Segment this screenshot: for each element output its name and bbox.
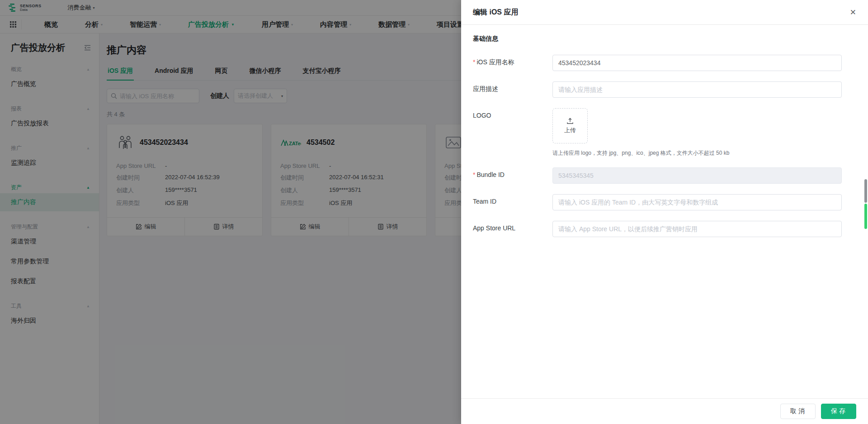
- upload-icon: [566, 118, 574, 124]
- scrollbar-thumb[interactable]: [864, 179, 867, 203]
- field-label: LOGO: [473, 108, 552, 157]
- logo-upload-hint: 请上传应用 logo，支持 jpg、png、ico、jpeg 格式，文件大小不超…: [552, 149, 842, 157]
- close-icon[interactable]: ✕: [850, 9, 856, 16]
- form-row-app-name: *iOS 应用名称: [473, 55, 856, 71]
- drawer-footer: 取消 保存: [461, 398, 868, 424]
- field-label: Team ID: [473, 194, 552, 210]
- form-row-logo: LOGO 上传: [473, 108, 856, 157]
- form-row-app-store-url: App Store URL: [473, 221, 856, 237]
- field-label: 应用描述: [473, 81, 552, 98]
- required-asterisk: *: [473, 58, 475, 66]
- bundle-id-input: [552, 167, 842, 184]
- section-title-basic-info: 基础信息: [473, 35, 856, 43]
- team-id-input[interactable]: [552, 194, 842, 210]
- drawer-title: 编辑 iOS 应用: [473, 8, 518, 17]
- page: SENSORS Data 消费金融 ▾ 概览: [0, 0, 868, 424]
- field-label: App Store URL: [473, 221, 552, 237]
- required-asterisk: *: [473, 171, 475, 178]
- field-label: *Bundle ID: [473, 167, 552, 184]
- form-row-bundle-id: *Bundle ID: [473, 167, 856, 184]
- cancel-button[interactable]: 取消: [780, 404, 816, 419]
- app-description-input[interactable]: [552, 81, 842, 98]
- ios-app-name-input[interactable]: [552, 55, 842, 71]
- form-row-team-id: Team ID: [473, 194, 856, 210]
- scrollbar-indicator[interactable]: [864, 204, 867, 229]
- edit-ios-app-drawer: 编辑 iOS 应用 ✕ 基础信息 *iOS 应用名称 应用描述 LOGO: [461, 0, 868, 424]
- save-button[interactable]: 保存: [821, 404, 856, 419]
- logo-upload-button[interactable]: 上传: [552, 108, 588, 143]
- upload-label: 上传: [564, 126, 576, 134]
- app-store-url-input[interactable]: [552, 221, 842, 237]
- form-row-description: 应用描述: [473, 81, 856, 98]
- field-label: *iOS 应用名称: [473, 55, 552, 71]
